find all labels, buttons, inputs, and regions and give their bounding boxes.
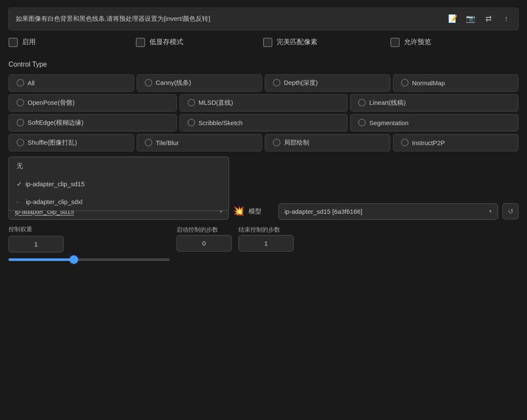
radio-lineart <box>358 99 366 106</box>
checkbox-perfect-pixel-box[interactable] <box>263 38 272 47</box>
ctrl-row-1: All Canny(线条) Depth(深度) NormalMap <box>8 74 519 92</box>
model-value: ip-adapter_sd15 [6a3f6166] <box>285 208 362 215</box>
radio-mlsd <box>188 99 195 106</box>
refresh-button[interactable]: ↺ <box>502 203 519 219</box>
controls-bottom: 控制权重 1 启动控制的步数 0 结束控制的步数 1 <box>8 226 519 261</box>
radio-softedge <box>17 119 24 126</box>
ctrl-lineart[interactable]: Lineart(线稿) <box>350 94 519 112</box>
dropdown-item-wu-label: 无 <box>17 162 23 170</box>
ctrl-softedge[interactable]: SoftEdge(模糊边缘) <box>8 114 177 132</box>
checkbox-low-memory-box[interactable] <box>136 38 145 47</box>
ctrl-row-2: OpenPose(骨骼) MLSD(直线) Lineart(线稿) <box>8 94 519 112</box>
start-step-group: 启动控制的步数 0 <box>177 226 232 252</box>
ctrl-scribble-label: Scribble/Sketch <box>199 119 243 126</box>
ctrl-openpose[interactable]: OpenPose(骨骼) <box>8 94 177 112</box>
info-box: 如果图像有白色背景和黑色线条,请将预处理器设置为[invert/颜色反转] 📝 … <box>8 8 519 30</box>
ctrl-scribble[interactable]: Scribble/Sketch <box>179 114 348 132</box>
ctrl-instructp2p-label: InstructP2P <box>412 139 445 146</box>
dropdown-item-sd15[interactable]: ✓ ip-adapter_clip_sd15 <box>9 175 229 193</box>
dropdown-item-wu[interactable]: 无 <box>9 157 229 175</box>
ctrl-openpose-label: OpenPose(骨骼) <box>28 99 75 107</box>
model-container: ip-adapter_sd15 [6a3f6166] ▾ <box>278 203 499 220</box>
dropdown-item-sdxl[interactable]: · ip-adapter_clip_sdxl <box>9 193 229 210</box>
checkbox-low-memory-label: 低显存模式 <box>149 38 183 47</box>
end-step-input[interactable]: 1 <box>238 235 294 252</box>
radio-canny <box>145 79 152 87</box>
radio-depth <box>273 79 280 87</box>
ctrl-local-draw[interactable]: 局部绘制 <box>265 134 390 151</box>
checkboxes-row: 启用 低显存模式 完美匹配像素 允许预览 <box>8 38 519 53</box>
start-step-label: 启动控制的步数 <box>177 226 232 233</box>
radio-scribble <box>188 119 195 126</box>
checkbox-allow-preview[interactable]: 允许预览 <box>390 38 518 47</box>
radio-instructp2p <box>401 139 409 146</box>
checkmark-icon: ✓ <box>17 180 22 188</box>
checkbox-perfect-pixel-label: 完美匹配像素 <box>277 38 317 47</box>
model-select[interactable]: ip-adapter_sd15 [6a3f6166] ▾ <box>278 203 499 220</box>
dot-icon: · <box>17 198 22 205</box>
refresh-icon: ↺ <box>508 207 513 216</box>
ctrl-row-4: Shuffle(图像打乱) Tile/Blur 局部绘制 InstructP2P <box>8 134 519 151</box>
checkbox-enable-label: 启用 <box>22 38 36 47</box>
radio-all <box>17 79 24 87</box>
checkbox-allow-preview-label: 允许预览 <box>404 38 431 47</box>
ctrl-lineart-label: Lineart(线稿) <box>369 99 406 107</box>
swap-icon[interactable]: ⇄ <box>482 12 495 25</box>
weight-section: 控制权重 1 <box>8 226 170 261</box>
ctrl-canny[interactable]: Canny(线条) <box>137 74 262 92</box>
slider-thumb[interactable] <box>70 255 78 264</box>
model-label: 模型 <box>249 207 274 216</box>
ctrl-local-draw-label: 局部绘制 <box>284 139 309 147</box>
weight-label: 控制权重 <box>8 226 170 233</box>
ctrl-all-label: All <box>28 79 35 87</box>
ctrl-depth-label: Depth(深度) <box>284 79 318 87</box>
info-text: 如果图像有白色背景和黑色线条,请将预处理器设置为[invert/颜色反转] <box>16 15 210 22</box>
ctrl-canny-label: Canny(线条) <box>156 79 191 87</box>
ctrl-mlsd[interactable]: MLSD(直线) <box>179 94 348 112</box>
checkbox-perfect-pixel[interactable]: 完美匹配像素 <box>263 38 390 47</box>
radio-shuffle <box>17 139 24 146</box>
edit-icon[interactable]: 📝 <box>446 12 460 25</box>
control-type-grid: All Canny(线条) Depth(深度) NormalMap OpenPo… <box>8 74 519 157</box>
upload-icon[interactable]: ↑ <box>499 12 513 25</box>
ctrl-instructp2p[interactable]: InstructP2P <box>393 134 519 151</box>
radio-normalmap <box>401 79 409 87</box>
weight-slider[interactable] <box>8 258 170 261</box>
ctrl-depth[interactable]: Depth(深度) <box>265 74 390 92</box>
end-step-label: 结束控制的步数 <box>238 226 294 233</box>
checkbox-low-memory[interactable]: 低显存模式 <box>136 38 263 47</box>
ctrl-all[interactable]: All <box>8 74 134 92</box>
weight-input[interactable]: 1 <box>8 236 64 252</box>
ctrl-mlsd-label: MLSD(直线) <box>199 99 233 107</box>
model-chevron-icon: ▾ <box>489 208 492 214</box>
slider-fill <box>8 258 73 261</box>
radio-openpose <box>17 99 24 106</box>
radio-local-draw <box>273 139 280 146</box>
radio-tile-blur <box>145 139 152 146</box>
ctrl-shuffle[interactable]: Shuffle(图像打乱) <box>8 134 134 151</box>
camera-icon[interactable]: 📷 <box>464 12 477 25</box>
dropdown-item-sd15-label: ip-adapter_clip_sd15 <box>25 180 84 188</box>
control-type-title: Control Type <box>8 61 519 68</box>
checkbox-allow-preview-box[interactable] <box>390 38 400 47</box>
ctrl-normalmap[interactable]: NormalMap <box>393 74 519 92</box>
ctrl-tile-blur-label: Tile/Blur <box>156 139 179 146</box>
ctrl-segmentation-label: Segmentation <box>369 119 409 126</box>
ctrl-tile-blur[interactable]: Tile/Blur <box>137 134 262 151</box>
ctrl-segmentation[interactable]: Segmentation <box>350 114 519 132</box>
start-step-input[interactable]: 0 <box>177 235 232 252</box>
radio-segmentation <box>358 119 366 126</box>
checkbox-enable[interactable]: 启用 <box>8 38 136 47</box>
dropdown-menu: 无 ✓ ip-adapter_clip_sd15 · ip-adapter_cl… <box>8 157 229 211</box>
ctrl-softedge-label: SoftEdge(模糊边缘) <box>28 119 84 127</box>
ctrl-row-3: SoftEdge(模糊边缘) Scribble/Sketch Segmentat… <box>8 114 519 132</box>
main-container: 如果图像有白色背景和黑色线条,请将预处理器设置为[invert/颜色反转] 📝 … <box>0 0 527 269</box>
spark-icon[interactable]: 💥 <box>233 206 244 217</box>
ctrl-normalmap-label: NormalMap <box>412 79 445 87</box>
ctrl-shuffle-label: Shuffle(图像打乱) <box>28 139 77 147</box>
checkbox-enable-box[interactable] <box>8 38 18 47</box>
dropdown-item-sdxl-label: ip-adapter_clip_sdxl <box>26 198 82 205</box>
info-icons-row: 📝 📷 ⇄ ↑ <box>446 12 513 25</box>
end-step-group: 结束控制的步数 1 <box>238 226 294 252</box>
